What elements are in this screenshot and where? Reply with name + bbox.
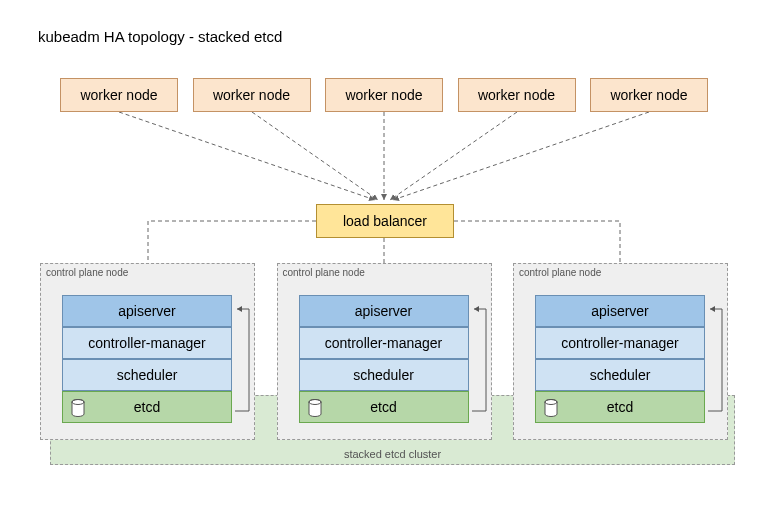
diagram-title: kubeadm HA topology - stacked etcd	[38, 28, 282, 45]
worker-node: worker node	[193, 78, 311, 112]
worker-node: worker node	[590, 78, 708, 112]
scheduler-box: scheduler	[299, 359, 469, 391]
svg-line-0	[119, 112, 375, 200]
apiserver-box: apiserver	[62, 295, 232, 327]
controller-manager-box: controller-manager	[62, 327, 232, 359]
cp-stack: apiserver controller-manager scheduler e…	[535, 295, 705, 423]
cp-stack: apiserver controller-manager scheduler e…	[62, 295, 232, 423]
etcd-label: etcd	[134, 399, 160, 415]
feedback-arrow	[708, 301, 728, 417]
etcd-box: etcd	[62, 391, 232, 423]
worker-node: worker node	[458, 78, 576, 112]
cp-node-label: control plane node	[46, 267, 128, 278]
feedback-arrow	[472, 301, 492, 417]
scheduler-box: scheduler	[62, 359, 232, 391]
cp-node-label: control plane node	[283, 267, 365, 278]
etcd-label: etcd	[607, 399, 633, 415]
feedback-arrow	[235, 301, 255, 417]
etcd-box: etcd	[535, 391, 705, 423]
controller-manager-box: controller-manager	[535, 327, 705, 359]
cp-node-label: control plane node	[519, 267, 601, 278]
load-balancer: load balancer	[316, 204, 454, 238]
cp-stack: apiserver controller-manager scheduler e…	[299, 295, 469, 423]
etcd-label: etcd	[370, 399, 396, 415]
apiserver-box: apiserver	[535, 295, 705, 327]
worker-node: worker node	[325, 78, 443, 112]
worker-node: worker node	[60, 78, 178, 112]
controller-manager-box: controller-manager	[299, 327, 469, 359]
etcd-cluster-label: stacked etcd cluster	[51, 448, 734, 460]
database-icon	[544, 399, 558, 417]
apiserver-box: apiserver	[299, 295, 469, 327]
svg-line-4	[393, 112, 649, 200]
svg-line-3	[390, 112, 517, 200]
scheduler-box: scheduler	[535, 359, 705, 391]
database-icon	[308, 399, 322, 417]
worker-row: worker node worker node worker node work…	[60, 78, 708, 112]
svg-line-1	[252, 112, 378, 200]
database-icon	[71, 399, 85, 417]
etcd-box: etcd	[299, 391, 469, 423]
